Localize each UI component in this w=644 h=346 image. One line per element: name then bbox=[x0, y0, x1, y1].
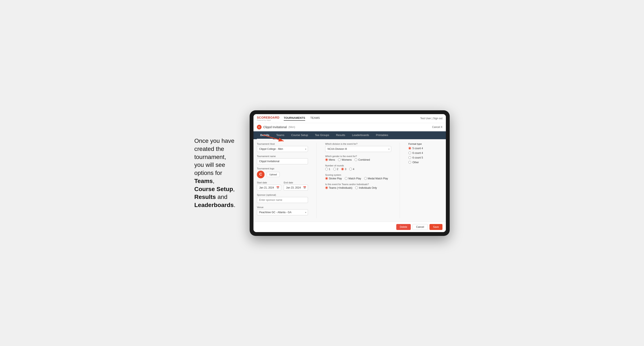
gender-group: Which gender is the event for? Mens Wome… bbox=[325, 155, 391, 161]
tournament-name-group: Tournament name bbox=[257, 155, 308, 164]
scoring-group: Scoring system Stroke Play Match Play bbox=[325, 174, 391, 180]
rounds-4-radio[interactable] bbox=[349, 168, 352, 171]
format-6count4[interactable]: 6 count 4 bbox=[408, 152, 442, 155]
teams-plus-individuals[interactable]: Teams (+Individuals) bbox=[325, 186, 352, 189]
nav-teams[interactable]: TEAMS bbox=[310, 116, 320, 121]
start-date-label: Start date bbox=[257, 181, 281, 184]
save-button[interactable]: Save bbox=[430, 224, 442, 230]
scoring-stroke-radio[interactable] bbox=[325, 177, 328, 180]
teams-radio-group: Teams (+Individuals) Individuals Only bbox=[325, 186, 391, 189]
scoring-match-radio[interactable] bbox=[345, 177, 348, 180]
tab-printables[interactable]: Printables bbox=[372, 131, 392, 139]
divider bbox=[316, 143, 317, 218]
scoring-medal[interactable]: Medal Match Play bbox=[364, 177, 388, 180]
tablet-screen: SCOREBOARD Powered by clippd TOURNAMENTS… bbox=[254, 114, 446, 232]
tablet-device: SCOREBOARD Powered by clippd TOURNAMENTS… bbox=[250, 110, 450, 236]
top-navigation: SCOREBOARD Powered by clippd TOURNAMENTS… bbox=[254, 114, 446, 123]
scoring-label: Scoring system bbox=[325, 174, 391, 176]
individuals-only[interactable]: Individuals Only bbox=[355, 186, 377, 189]
calendar-icon-2: 📅 bbox=[303, 186, 306, 189]
format-6count5-radio[interactable] bbox=[408, 156, 411, 159]
tournament-logo-group: Tournament logo C Upload bbox=[257, 167, 308, 178]
gender-combined-radio[interactable] bbox=[354, 158, 357, 161]
format-other-radio[interactable] bbox=[408, 161, 411, 164]
rounds-label: Number of rounds bbox=[325, 164, 391, 167]
tournament-name-label: Tournament name bbox=[257, 155, 308, 158]
upload-button[interactable]: Upload bbox=[267, 172, 280, 177]
tab-details[interactable]: Details bbox=[257, 131, 273, 139]
close-button[interactable]: Cancel X bbox=[432, 126, 442, 129]
instructional-text: Once you have created the tournament, yo… bbox=[194, 137, 241, 209]
division-select[interactable]: NCAA Division III bbox=[325, 146, 391, 152]
gender-womens[interactable]: Womens bbox=[338, 158, 352, 161]
nav-tournaments[interactable]: TOURNAMENTS bbox=[284, 116, 305, 121]
tournament-host-label: Tournament Host bbox=[257, 143, 308, 145]
cancel-button[interactable]: Cancel bbox=[412, 224, 428, 230]
format-type-label: Format type bbox=[408, 143, 442, 145]
user-info[interactable]: Test User | Sign out bbox=[420, 117, 443, 120]
venue-select[interactable]: Peachtree GC - Atlanta - GA bbox=[257, 209, 308, 215]
end-date-group: End date 📅 bbox=[284, 181, 308, 191]
rounds-group: Number of rounds 1 2 bbox=[325, 164, 391, 171]
rounds-2-radio[interactable] bbox=[333, 168, 336, 171]
tab-tee-groups[interactable]: Tee Groups bbox=[311, 131, 332, 139]
gender-womens-radio[interactable] bbox=[338, 158, 341, 161]
scoring-medal-radio[interactable] bbox=[364, 177, 367, 180]
tournament-subtitle: (Men) bbox=[288, 126, 295, 129]
tournament-logo-label: Tournament logo bbox=[257, 167, 308, 170]
tab-bar: Details Teams Course Setup Tee Groups Re… bbox=[254, 131, 446, 139]
rounds-1-radio[interactable] bbox=[325, 168, 328, 171]
tournament-icon: C bbox=[257, 125, 262, 129]
teams-label: Is this event for Teams and/or Individua… bbox=[325, 183, 391, 185]
venue-label: Venue bbox=[257, 206, 308, 208]
sponsor-input[interactable] bbox=[257, 197, 308, 203]
teams-group: Is this event for Teams and/or Individua… bbox=[325, 183, 391, 189]
scoring-radio-group: Stroke Play Match Play Medal Match Play bbox=[325, 177, 391, 180]
format-5count4[interactable]: 5 count 4 bbox=[408, 147, 442, 150]
format-5count4-radio[interactable] bbox=[408, 147, 411, 150]
gender-label: Which gender is the event for? bbox=[325, 155, 391, 158]
rounds-4[interactable]: 4 bbox=[349, 168, 354, 171]
logo-sub: Powered by clippd bbox=[257, 119, 280, 121]
scoring-stroke[interactable]: Stroke Play bbox=[325, 177, 342, 180]
teams-plus-radio[interactable] bbox=[325, 186, 328, 189]
individuals-only-radio[interactable] bbox=[355, 186, 358, 189]
tab-results[interactable]: Results bbox=[333, 131, 348, 139]
calendar-icon: 📅 bbox=[276, 186, 280, 189]
breadcrumb-bar: C Clippd Invitational (Men) Cancel X bbox=[254, 123, 446, 131]
logo-text: SCOREBOARD bbox=[257, 116, 280, 119]
tab-teams[interactable]: Teams bbox=[273, 131, 288, 139]
rounds-2[interactable]: 2 bbox=[333, 168, 338, 171]
left-column: Tournament Host Clippd College - Men Tou… bbox=[257, 143, 308, 218]
gender-radio-group: Mens Womens Combined bbox=[325, 158, 391, 161]
format-6count4-radio[interactable] bbox=[408, 152, 411, 154]
rounds-radio-group: 1 2 3 4 bbox=[325, 168, 391, 171]
scoring-match[interactable]: Match Play bbox=[345, 177, 361, 180]
tab-leaderboards[interactable]: Leaderboards bbox=[348, 131, 372, 139]
tab-course-setup[interactable]: Course Setup bbox=[288, 131, 312, 139]
format-6count5[interactable]: 6 count 5 bbox=[408, 156, 442, 159]
delete-button[interactable]: Delete bbox=[396, 224, 411, 230]
rounds-1[interactable]: 1 bbox=[325, 168, 330, 171]
start-date-group: Start date 📅 bbox=[257, 181, 281, 191]
tournament-host-group: Tournament Host Clippd College - Men bbox=[257, 143, 308, 152]
tournament-host-select[interactable]: Clippd College - Men bbox=[257, 146, 308, 152]
venue-group: Venue Peachtree GC - Atlanta - GA bbox=[257, 206, 308, 215]
breadcrumb-content: C Clippd Invitational (Men) bbox=[257, 125, 295, 129]
sponsor-group: Sponsor (optional) bbox=[257, 194, 308, 203]
date-row: Start date 📅 End date 📅 bbox=[257, 181, 308, 191]
sponsor-label: Sponsor (optional) bbox=[257, 194, 308, 196]
action-bar: Delete Cancel Save bbox=[254, 222, 446, 232]
rounds-3-radio[interactable] bbox=[341, 168, 344, 171]
gender-mens-radio[interactable] bbox=[325, 158, 328, 161]
end-date-label: End date bbox=[284, 181, 308, 184]
format-other[interactable]: Other bbox=[408, 161, 442, 164]
tournament-name-input[interactable] bbox=[257, 158, 308, 164]
rounds-3[interactable]: 3 bbox=[341, 168, 346, 171]
gender-mens[interactable]: Mens bbox=[325, 158, 335, 161]
main-content: Tournament Host Clippd College - Men Tou… bbox=[254, 139, 446, 222]
top-nav-links: TOURNAMENTS TEAMS bbox=[284, 116, 320, 121]
logo-area: SCOREBOARD Powered by clippd bbox=[257, 116, 280, 121]
gender-combined[interactable]: Combined bbox=[354, 158, 370, 161]
format-column: Format type 5 count 4 6 count 4 6 count … bbox=[408, 143, 442, 218]
